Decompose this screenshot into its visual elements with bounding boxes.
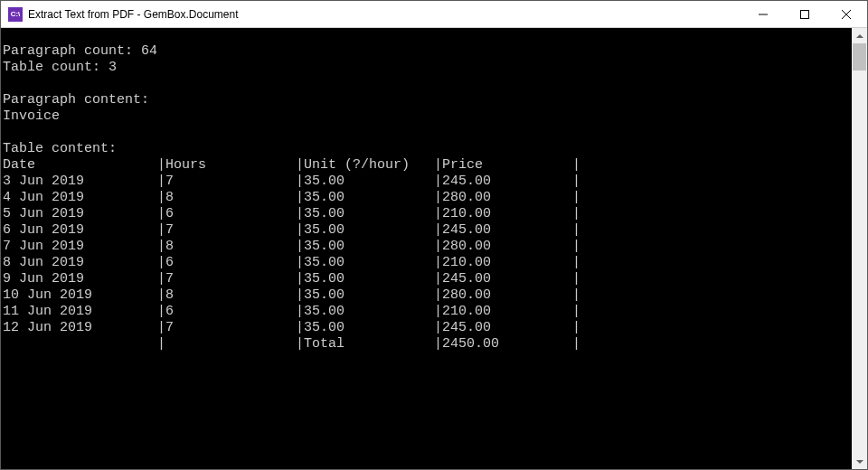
scroll-down-arrow[interactable]: [852, 454, 867, 469]
app-icon: C:\: [8, 7, 23, 22]
svg-marker-4: [856, 34, 863, 38]
minimize-button[interactable]: [742, 1, 784, 28]
client-area: Paragraph count: 64 Table count: 3 Parag…: [1, 28, 867, 469]
scroll-up-arrow[interactable]: [852, 28, 867, 43]
console-output: Paragraph count: 64 Table count: 3 Parag…: [1, 42, 852, 456]
svg-rect-1: [801, 10, 809, 18]
app-window: C:\ Extract Text from PDF - GemBox.Docum…: [0, 0, 868, 470]
window-title: Extract Text from PDF - GemBox.Document: [28, 8, 239, 21]
maximize-button[interactable]: [784, 1, 826, 28]
svg-marker-5: [856, 460, 863, 464]
titlebar[interactable]: C:\ Extract Text from PDF - GemBox.Docum…: [1, 1, 867, 28]
vertical-scrollbar[interactable]: [852, 28, 867, 469]
close-button[interactable]: [826, 1, 867, 28]
scroll-thumb[interactable]: [853, 43, 866, 70]
